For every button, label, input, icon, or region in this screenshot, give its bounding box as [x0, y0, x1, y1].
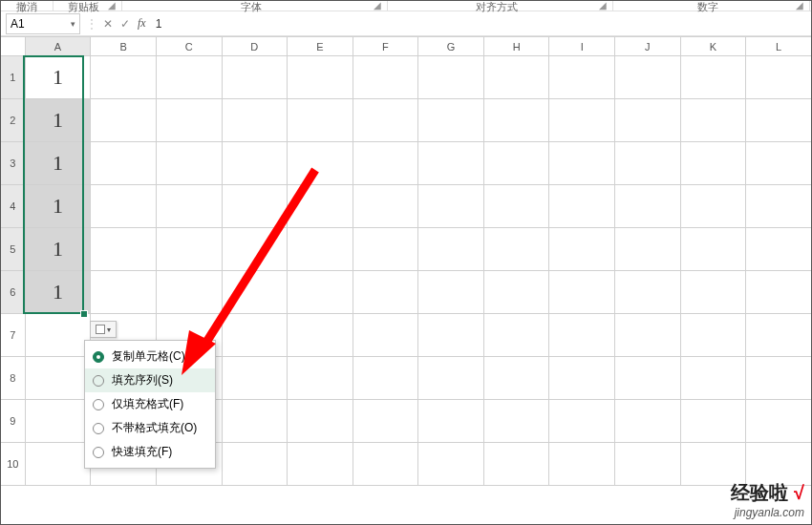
cell[interactable]	[483, 142, 549, 185]
cell[interactable]	[353, 185, 418, 228]
cell[interactable]	[156, 228, 222, 271]
cell[interactable]	[353, 314, 418, 357]
menu-item-fill-series[interactable]: 填充序列(S)	[85, 368, 215, 392]
cell[interactable]	[549, 443, 615, 486]
cell[interactable]	[746, 357, 812, 400]
cell[interactable]	[615, 56, 681, 99]
cell[interactable]	[222, 357, 288, 400]
col-header[interactable]: I	[549, 37, 615, 56]
cell[interactable]	[746, 142, 812, 185]
fx-icon[interactable]: fx	[138, 16, 146, 31]
cell[interactable]	[418, 314, 484, 357]
cancel-button[interactable]: ✕	[99, 17, 117, 31]
cell[interactable]	[680, 271, 746, 314]
cell[interactable]	[91, 142, 157, 185]
cell[interactable]	[746, 56, 812, 99]
cell[interactable]	[483, 314, 549, 357]
cell[interactable]	[288, 56, 353, 99]
col-header[interactable]: K	[680, 37, 746, 56]
cell[interactable]	[288, 443, 353, 486]
cell[interactable]	[418, 185, 484, 228]
cell[interactable]	[418, 400, 484, 443]
col-header[interactable]: C	[156, 37, 222, 56]
cell[interactable]	[156, 99, 222, 142]
menu-item-fill-without-formatting[interactable]: 不带格式填充(O)	[85, 416, 215, 440]
cell[interactable]	[615, 142, 681, 185]
cell[interactable]	[549, 357, 615, 400]
cell[interactable]	[222, 185, 288, 228]
cell[interactable]	[91, 228, 157, 271]
col-header[interactable]: B	[91, 37, 157, 56]
cell[interactable]	[680, 443, 746, 486]
cell[interactable]	[418, 271, 484, 314]
cell[interactable]	[353, 56, 418, 99]
cell[interactable]	[222, 443, 288, 486]
cell[interactable]	[680, 314, 746, 357]
cell[interactable]	[746, 271, 812, 314]
cell[interactable]	[615, 271, 681, 314]
cell[interactable]	[288, 142, 353, 185]
confirm-button[interactable]: ✓	[117, 17, 134, 31]
cell[interactable]	[288, 357, 353, 400]
cell[interactable]	[222, 228, 288, 271]
row-header[interactable]: 9	[1, 400, 26, 443]
dialog-launcher-icon[interactable]: ◢	[374, 0, 381, 10]
cell[interactable]	[25, 400, 91, 443]
cell[interactable]	[418, 56, 484, 99]
cell[interactable]	[418, 357, 484, 400]
cell[interactable]	[483, 271, 549, 314]
row-header[interactable]: 5	[1, 228, 26, 271]
cell[interactable]	[615, 228, 681, 271]
cell[interactable]	[288, 314, 353, 357]
cell[interactable]	[680, 185, 746, 228]
cell[interactable]	[615, 357, 681, 400]
cell[interactable]	[25, 357, 91, 400]
cell[interactable]	[483, 400, 549, 443]
cell[interactable]	[222, 314, 288, 357]
cell[interactable]	[549, 271, 615, 314]
cell[interactable]	[288, 271, 353, 314]
cell-A6[interactable]: 1	[25, 271, 91, 314]
dialog-launcher-icon[interactable]: ◢	[108, 0, 116, 10]
cell[interactable]	[353, 357, 418, 400]
cell[interactable]	[549, 314, 615, 357]
col-header[interactable]: D	[222, 37, 288, 56]
cell[interactable]	[483, 99, 549, 142]
cell[interactable]	[483, 228, 549, 271]
cell[interactable]	[746, 228, 812, 271]
cell[interactable]	[680, 99, 746, 142]
cell[interactable]	[549, 400, 615, 443]
cell[interactable]	[91, 56, 157, 99]
cell[interactable]	[222, 142, 288, 185]
chevron-down-icon[interactable]: ▾	[71, 19, 75, 29]
cell[interactable]	[222, 99, 288, 142]
cell[interactable]	[680, 142, 746, 185]
cell[interactable]	[222, 56, 288, 99]
cell[interactable]	[288, 228, 353, 271]
row-header[interactable]: 2	[1, 99, 26, 142]
cell[interactable]	[222, 271, 288, 314]
cell[interactable]	[549, 99, 615, 142]
row-header[interactable]: 4	[1, 185, 26, 228]
row-header[interactable]: 10	[1, 443, 26, 486]
col-header[interactable]: J	[615, 37, 681, 56]
cell[interactable]	[418, 99, 484, 142]
cell[interactable]	[615, 185, 681, 228]
cell[interactable]	[746, 185, 812, 228]
col-header[interactable]: H	[483, 37, 549, 56]
cell[interactable]	[746, 99, 812, 142]
cell[interactable]	[353, 228, 418, 271]
cell[interactable]	[746, 443, 812, 486]
cell[interactable]	[746, 400, 812, 443]
cell[interactable]	[615, 400, 681, 443]
cell[interactable]	[353, 142, 418, 185]
cell[interactable]	[288, 400, 353, 443]
cell[interactable]	[549, 185, 615, 228]
cell[interactable]	[222, 400, 288, 443]
cell[interactable]	[353, 400, 418, 443]
cell[interactable]	[680, 228, 746, 271]
cell[interactable]	[615, 99, 681, 142]
row-header[interactable]: 6	[1, 271, 26, 314]
menu-item-copy-cells[interactable]: 复制单元格(C)	[85, 345, 215, 368]
cell[interactable]	[483, 185, 549, 228]
